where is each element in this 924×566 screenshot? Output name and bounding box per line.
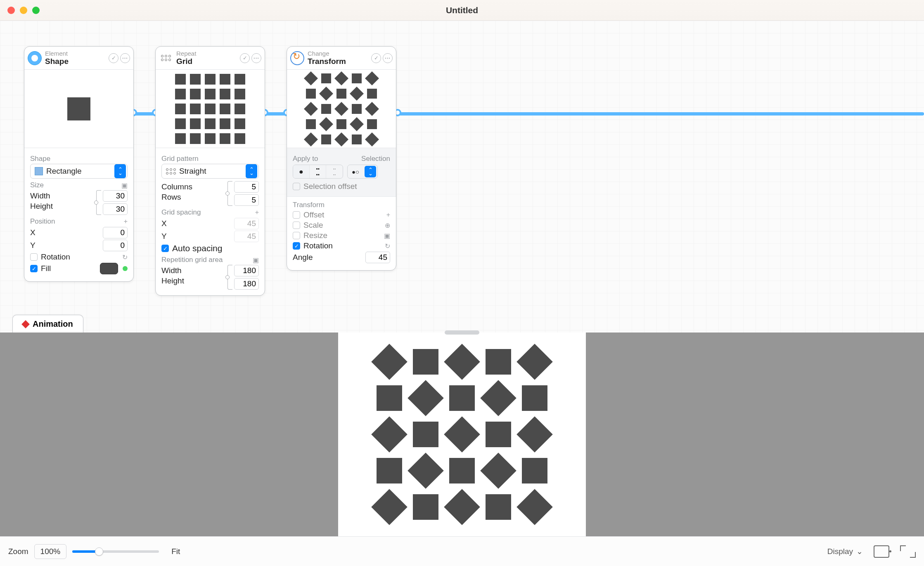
rotation-reset-icon[interactable]: ↻ bbox=[385, 242, 390, 250]
offset-checkbox[interactable] bbox=[293, 211, 300, 219]
columns-input[interactable] bbox=[234, 181, 259, 193]
fullscreen-button[interactable] bbox=[900, 545, 916, 558]
node-menu-button[interactable] bbox=[383, 53, 393, 63]
node-subtitle: Repeat bbox=[176, 50, 237, 57]
select-arrow-icon[interactable]: ⌃⌄ bbox=[114, 164, 126, 178]
node-shape[interactable]: Element Shape Shape Rectangle ⌃⌄ Size▣ W… bbox=[24, 46, 134, 282]
size-mode-icon[interactable]: ▣ bbox=[121, 182, 128, 189]
rotation-checkbox[interactable] bbox=[293, 242, 300, 250]
selection-offset-checkbox[interactable] bbox=[293, 183, 300, 190]
angle-input[interactable] bbox=[365, 252, 390, 263]
node-header[interactable]: Repeat Grid bbox=[156, 47, 265, 70]
minimize-window-button[interactable] bbox=[20, 7, 27, 14]
auto-spacing-checkbox[interactable] bbox=[161, 245, 169, 252]
display-label: Display bbox=[827, 547, 853, 556]
connector-transform-out[interactable] bbox=[396, 112, 924, 116]
area-label: Repetition grid area bbox=[161, 256, 223, 264]
apply-single-button[interactable]: ● bbox=[293, 165, 310, 178]
transform-section-label: Transform bbox=[293, 201, 390, 209]
width-input[interactable] bbox=[103, 190, 128, 202]
area-mode-icon[interactable]: ▣ bbox=[253, 256, 259, 264]
selection-pattern-icon: ●○ bbox=[348, 168, 363, 175]
rows-input[interactable] bbox=[234, 194, 259, 206]
node-header[interactable]: Change Transform bbox=[287, 47, 396, 70]
output-preview-pane bbox=[0, 333, 924, 536]
animation-tab-label: Animation bbox=[33, 319, 73, 329]
fill-label: Fill bbox=[41, 264, 51, 273]
shape-node-icon bbox=[28, 51, 42, 65]
rotation-checkbox[interactable] bbox=[30, 253, 38, 261]
node-preview bbox=[287, 70, 396, 148]
display-dropdown[interactable]: Display ⌄ bbox=[827, 547, 863, 556]
offset-add-icon[interactable]: + bbox=[386, 211, 390, 219]
apply-scatter-button[interactable]: ∙∙∙∙ bbox=[326, 165, 343, 178]
x-label: X bbox=[30, 228, 100, 237]
area-width-input[interactable] bbox=[234, 265, 259, 276]
animation-tab[interactable]: Animation bbox=[12, 315, 83, 333]
resize-checkbox[interactable] bbox=[293, 232, 300, 239]
x-input[interactable] bbox=[103, 227, 128, 238]
node-header[interactable]: Element Shape bbox=[24, 47, 133, 70]
grid-pattern-select[interactable]: Straight ⌃⌄ bbox=[161, 164, 259, 179]
preview-shape-icon bbox=[67, 97, 90, 120]
apply-to-segment[interactable]: ● ▪▪▪▪ ∙∙∙∙ bbox=[293, 165, 343, 179]
link-colrow-icon[interactable] bbox=[227, 181, 232, 206]
area-width-label: Width bbox=[161, 266, 227, 275]
fill-swatch[interactable] bbox=[100, 263, 118, 274]
grid-node-icon bbox=[159, 51, 173, 65]
node-menu-button[interactable] bbox=[251, 53, 261, 63]
y-input[interactable] bbox=[103, 240, 128, 251]
zoom-value-input[interactable]: 100% bbox=[34, 544, 67, 559]
spacing-x-input[interactable] bbox=[234, 218, 259, 229]
footer-bar: Zoom 100% Fit Display ⌄ bbox=[0, 536, 924, 566]
rotation-label: Rotation bbox=[303, 241, 333, 250]
device-preview-button[interactable] bbox=[874, 545, 889, 558]
link-area-icon[interactable] bbox=[227, 265, 232, 290]
selection-dropdown[interactable]: ●○ ⌃⌄ bbox=[347, 165, 378, 179]
rotation-reset-icon[interactable]: ↻ bbox=[122, 253, 128, 261]
fill-checkbox[interactable] bbox=[30, 265, 38, 272]
columns-label: Columns bbox=[161, 182, 227, 191]
pattern-value: Straight bbox=[179, 167, 206, 176]
area-height-input[interactable] bbox=[234, 278, 259, 290]
window-title: Untitled bbox=[446, 5, 478, 15]
fit-button[interactable]: Fit bbox=[171, 547, 180, 556]
node-grid[interactable]: Repeat Grid Grid pattern Straight ⌃⌄ bbox=[155, 46, 265, 296]
node-apply-button[interactable] bbox=[371, 53, 381, 63]
link-size-icon[interactable] bbox=[96, 190, 101, 215]
scale-mode-icon[interactable]: ⊕ bbox=[385, 222, 390, 229]
spacing-add-icon[interactable]: + bbox=[255, 209, 259, 216]
apply-quad-button[interactable]: ▪▪▪▪ bbox=[310, 165, 326, 178]
node-preview bbox=[24, 70, 133, 148]
node-title: Shape bbox=[45, 57, 105, 66]
pane-resize-handle[interactable] bbox=[445, 330, 479, 335]
node-transform[interactable]: Change Transform Apply toSelection bbox=[287, 46, 396, 271]
select-arrow-icon[interactable]: ⌃⌄ bbox=[246, 164, 257, 178]
position-add-icon[interactable]: + bbox=[124, 218, 128, 225]
preview-transform-icon bbox=[304, 72, 379, 146]
rotation-label: Rotation bbox=[41, 252, 70, 262]
zoom-slider[interactable] bbox=[72, 550, 159, 553]
apply-to-label: Apply to bbox=[293, 155, 318, 163]
node-apply-button[interactable] bbox=[240, 53, 250, 63]
pattern-label: Grid pattern bbox=[161, 155, 259, 163]
scale-label: Scale bbox=[303, 221, 323, 230]
node-apply-button[interactable] bbox=[109, 53, 118, 63]
node-canvas[interactable]: Element Shape Shape Rectangle ⌃⌄ Size▣ W… bbox=[0, 21, 924, 333]
shape-type-value: Rectangle bbox=[46, 167, 82, 176]
spacing-y-input[interactable] bbox=[234, 231, 259, 242]
height-input[interactable] bbox=[103, 203, 128, 215]
zoom-window-button[interactable] bbox=[32, 7, 40, 14]
node-preview bbox=[156, 70, 265, 148]
pattern-icon bbox=[166, 168, 176, 175]
slider-knob[interactable] bbox=[95, 547, 103, 556]
scale-checkbox[interactable] bbox=[293, 222, 300, 229]
node-menu-button[interactable] bbox=[120, 53, 130, 63]
select-arrow-icon[interactable]: ⌃⌄ bbox=[365, 166, 376, 177]
chevron-down-icon: ⌄ bbox=[856, 547, 863, 556]
resize-mode-icon[interactable]: ▣ bbox=[384, 232, 390, 240]
node-subtitle: Change bbox=[308, 50, 368, 57]
spacing-label: Grid spacing bbox=[161, 208, 201, 217]
close-window-button[interactable] bbox=[7, 7, 15, 14]
shape-type-select[interactable]: Rectangle ⌃⌄ bbox=[30, 164, 128, 179]
